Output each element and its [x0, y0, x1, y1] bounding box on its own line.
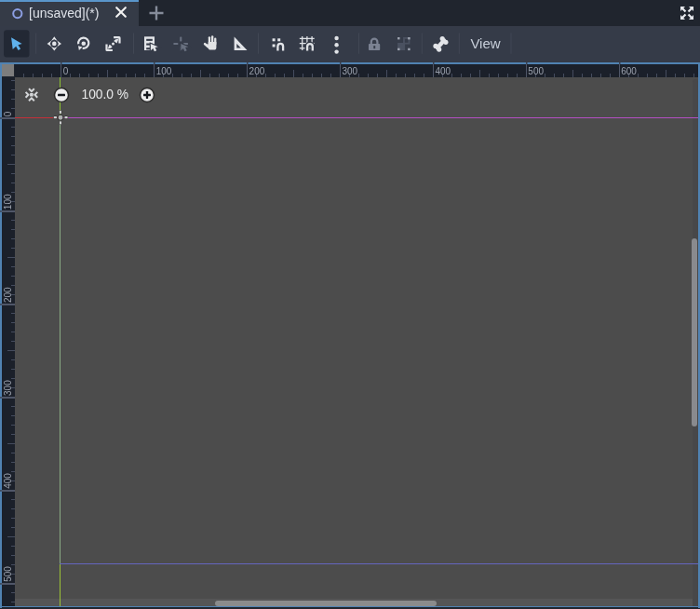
svg-text:200: 200 [2, 287, 12, 303]
svg-text:500: 500 [2, 566, 12, 582]
svg-text:100: 100 [2, 194, 12, 210]
svg-text:300: 300 [2, 380, 12, 396]
svg-text:0: 0 [2, 111, 12, 116]
svg-text:View: View [470, 35, 500, 51]
svg-text:400: 400 [2, 473, 12, 489]
